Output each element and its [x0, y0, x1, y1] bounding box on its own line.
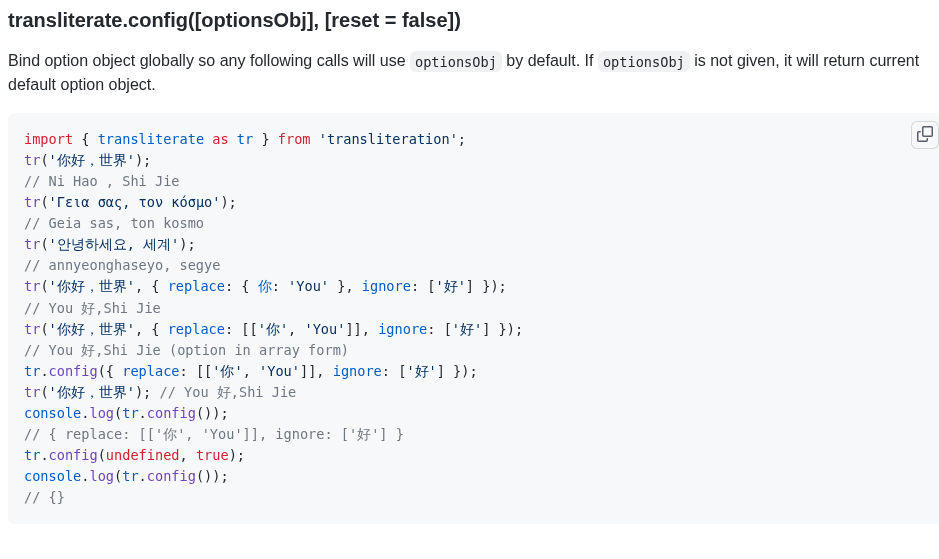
- desc-text: by default. If: [502, 52, 598, 69]
- code-content: import { transliterate as tr } from 'tra…: [24, 129, 931, 508]
- copy-icon: [917, 126, 933, 145]
- copy-button[interactable]: [911, 121, 939, 149]
- section-description: Bind option object globally so any follo…: [8, 49, 939, 97]
- section-heading: transliterate.config([optionsObj], [rese…: [8, 8, 939, 33]
- desc-code-optionsobj-1: optionsObj: [410, 51, 502, 72]
- desc-code-optionsobj-2: optionsObj: [598, 51, 690, 72]
- desc-text: Bind option object globally so any follo…: [8, 52, 410, 69]
- code-block: import { transliterate as tr } from 'tra…: [8, 113, 939, 524]
